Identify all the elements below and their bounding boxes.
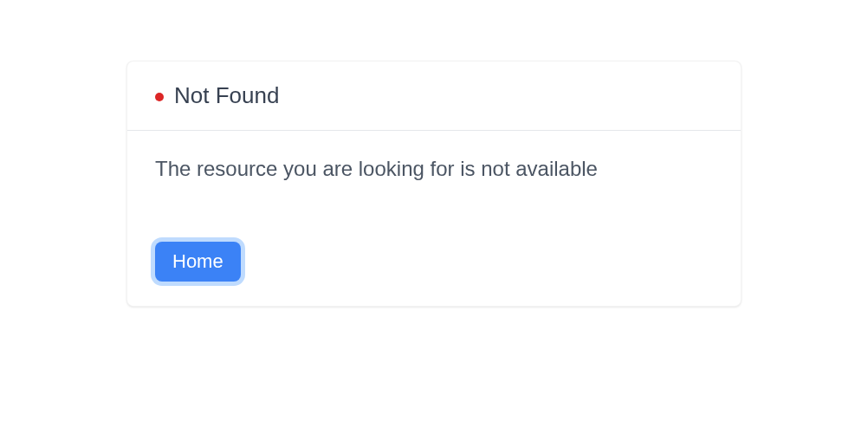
card-body: The resource you are looking for is not …: [127, 131, 741, 306]
error-message: The resource you are looking for is not …: [155, 157, 713, 181]
error-card: Not Found The resource you are looking f…: [126, 61, 742, 307]
card-header: Not Found: [127, 62, 741, 131]
card-title: Not Found: [174, 82, 279, 109]
home-button[interactable]: Home: [155, 242, 241, 282]
status-dot-icon: [155, 93, 164, 101]
